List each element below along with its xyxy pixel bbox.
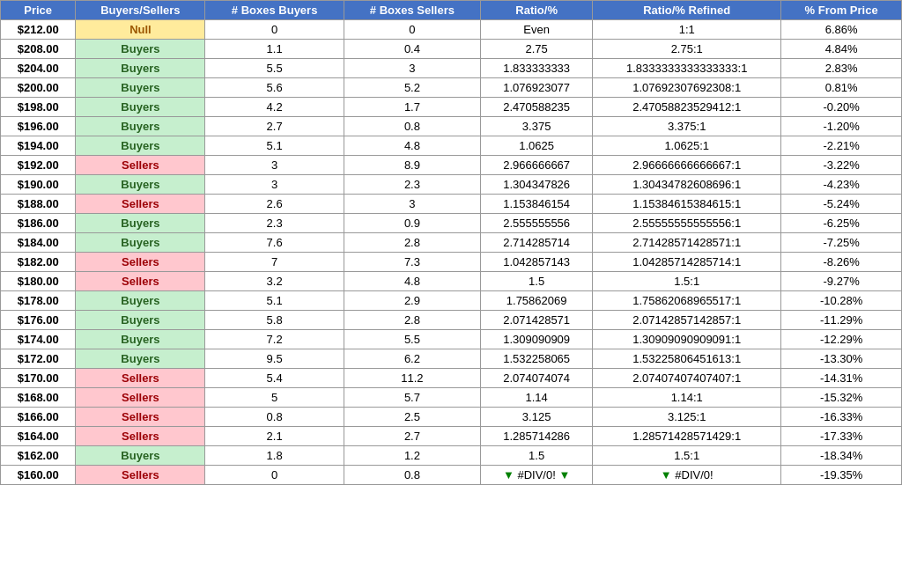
- boxes-sellers-cell: 2.7: [344, 427, 480, 446]
- pct-from-price-cell: -16.33%: [781, 408, 902, 427]
- price-cell: $160.00: [1, 466, 76, 485]
- boxes-buyers-cell: 5.5: [205, 59, 344, 78]
- buyers-sellers-cell: Sellers: [76, 388, 205, 408]
- boxes-sellers-cell: 7.3: [344, 253, 480, 272]
- boxes-sellers-cell: 0.8: [344, 466, 480, 485]
- boxes-buyers-cell: 4.2: [205, 98, 344, 117]
- buyers-sellers-cell: Buyers: [76, 214, 205, 233]
- pct-from-price-cell: -8.26%: [781, 253, 902, 272]
- ratio-refined-cell: 2.75:1: [593, 40, 781, 59]
- ratio-cell: 1.076923077: [481, 78, 593, 98]
- boxes-sellers-cell: 0.4: [344, 40, 480, 59]
- buyers-sellers-cell: Buyers: [76, 446, 205, 466]
- pct-from-price-cell: -17.33%: [781, 427, 902, 446]
- ratio-cell: 1.833333333: [481, 59, 593, 78]
- price-cell: $190.00: [1, 175, 76, 195]
- price-cell: $168.00: [1, 388, 76, 408]
- boxes-buyers-cell: 5.1: [205, 291, 344, 311]
- boxes-sellers-cell: 1.7: [344, 98, 480, 117]
- ratio-cell: 2.074074074: [481, 369, 593, 388]
- price-cell: $172.00: [1, 349, 76, 369]
- boxes-sellers-cell: 2.8: [344, 311, 480, 330]
- boxes-sellers-cell: 0: [344, 20, 480, 40]
- pct-from-price-cell: -15.32%: [781, 388, 902, 408]
- ratio-refined-cell: 1.07692307692308:1: [593, 78, 781, 98]
- price-cell: $176.00: [1, 311, 76, 330]
- boxes-sellers-cell: 3: [344, 59, 480, 78]
- boxes-sellers-cell: 6.2: [344, 349, 480, 369]
- boxes-buyers-cell: 2.3: [205, 214, 344, 233]
- table-row: $160.00Sellers00.8▼ #DIV/0! ▼▼ #DIV/0!-1…: [1, 466, 902, 485]
- ratio-cell: 1.304347826: [481, 175, 593, 195]
- buyers-sellers-cell: Buyers: [76, 136, 205, 156]
- pct-from-price-cell: -5.24%: [781, 195, 902, 214]
- price-cell: $182.00: [1, 253, 76, 272]
- pct-from-price-cell: 6.86%: [781, 20, 902, 40]
- ratio-cell: 1.14: [481, 388, 593, 408]
- pct-from-price-cell: -7.25%: [781, 233, 902, 253]
- table-row: $192.00Sellers38.92.9666666672.966666666…: [1, 156, 902, 175]
- boxes-sellers-cell: 2.8: [344, 233, 480, 253]
- boxes-buyers-cell: 1.1: [205, 40, 344, 59]
- ratio-refined-cell: 1.5:1: [593, 446, 781, 466]
- boxes-sellers-cell: 11.2: [344, 369, 480, 388]
- boxes-sellers-cell: 0.9: [344, 214, 480, 233]
- table-row: $178.00Buyers5.12.91.758620691.758620689…: [1, 291, 902, 311]
- ratio-refined-cell: 2.47058823529412:1: [593, 98, 781, 117]
- price-cell: $200.00: [1, 78, 76, 98]
- boxes-sellers-cell: 4.8: [344, 272, 480, 291]
- table-row: $182.00Sellers77.31.0428571431.042857142…: [1, 253, 902, 272]
- boxes-buyers-cell: 7: [205, 253, 344, 272]
- table-row: $166.00Sellers0.82.53.1253.125:1-16.33%: [1, 408, 902, 427]
- boxes-buyers-cell: 5.8: [205, 311, 344, 330]
- table-row: $208.00Buyers1.10.42.752.75:14.84%: [1, 40, 902, 59]
- price-cell: $180.00: [1, 272, 76, 291]
- column-header-price: Price: [1, 1, 76, 20]
- price-cell: $174.00: [1, 330, 76, 349]
- pct-from-price-cell: -1.20%: [781, 117, 902, 136]
- ratio-cell: 1.5: [481, 446, 593, 466]
- boxes-buyers-cell: 0: [205, 466, 344, 485]
- table-row: $186.00Buyers2.30.92.5555555562.55555555…: [1, 214, 902, 233]
- boxes-sellers-cell: 2.3: [344, 175, 480, 195]
- ratio-cell: 2.714285714: [481, 233, 593, 253]
- table-row: $170.00Sellers5.411.22.0740740742.074074…: [1, 369, 902, 388]
- column-header-buyers-sellers: Buyers/Sellers: [76, 1, 205, 20]
- boxes-buyers-cell: 2.7: [205, 117, 344, 136]
- boxes-buyers-cell: 5.1: [205, 136, 344, 156]
- boxes-buyers-cell: 2.6: [205, 195, 344, 214]
- boxes-buyers-cell: 5.4: [205, 369, 344, 388]
- ratio-cell: 2.75: [481, 40, 593, 59]
- boxes-buyers-cell: 3.2: [205, 272, 344, 291]
- boxes-sellers-cell: 5.5: [344, 330, 480, 349]
- ratio-refined-cell: 1.75862068965517:1: [593, 291, 781, 311]
- boxes-sellers-cell: 4.8: [344, 136, 480, 156]
- boxes-buyers-cell: 0: [205, 20, 344, 40]
- ratio-refined-cell: 2.07407407407407:1: [593, 369, 781, 388]
- pct-from-price-cell: -3.22%: [781, 156, 902, 175]
- boxes-sellers-cell: 2.9: [344, 291, 480, 311]
- column-header-ratio--: Ratio/%: [481, 1, 593, 20]
- boxes-buyers-cell: 3: [205, 156, 344, 175]
- table-row: $188.00Sellers2.631.1538461541.153846153…: [1, 195, 902, 214]
- buyers-sellers-cell: Sellers: [76, 272, 205, 291]
- price-cell: $194.00: [1, 136, 76, 156]
- ratio-refined-cell: 1.28571428571429:1: [593, 427, 781, 446]
- pct-from-price-cell: -0.20%: [781, 98, 902, 117]
- column-header-ratio---refined: Ratio/% Refined: [593, 1, 781, 20]
- ratio-refined-cell: 1.14:1: [593, 388, 781, 408]
- table-row: $172.00Buyers9.56.21.5322580651.53225806…: [1, 349, 902, 369]
- ratio-cell: 1.153846154: [481, 195, 593, 214]
- table-row: $168.00Sellers55.71.141.14:1-15.32%: [1, 388, 902, 408]
- price-cell: $166.00: [1, 408, 76, 427]
- ratio-refined-cell: 2.07142857142857:1: [593, 311, 781, 330]
- buyers-sellers-cell: Buyers: [76, 291, 205, 311]
- buyers-sellers-cell: Buyers: [76, 98, 205, 117]
- buyers-sellers-cell: Sellers: [76, 369, 205, 388]
- buyers-sellers-cell: Buyers: [76, 349, 205, 369]
- price-cell: $162.00: [1, 446, 76, 466]
- boxes-buyers-cell: 5: [205, 388, 344, 408]
- table-row: $194.00Buyers5.14.81.06251.0625:1-2.21%: [1, 136, 902, 156]
- boxes-buyers-cell: 3: [205, 175, 344, 195]
- boxes-buyers-cell: 2.1: [205, 427, 344, 446]
